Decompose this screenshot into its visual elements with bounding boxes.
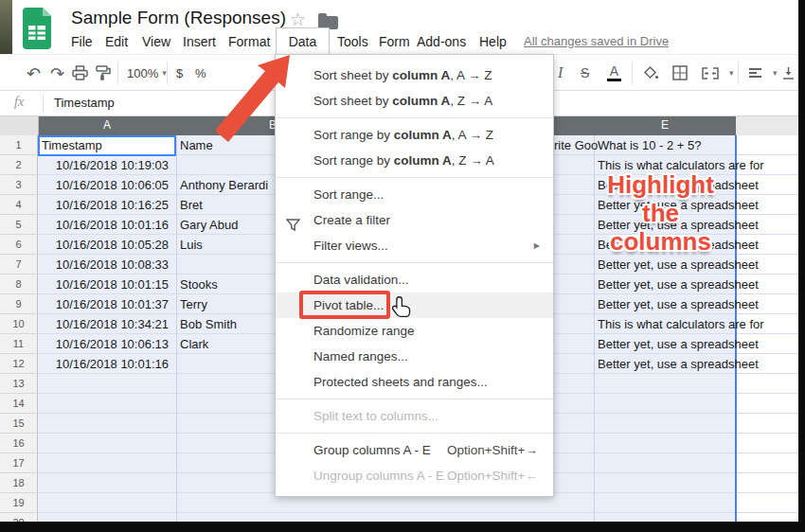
row-header-8[interactable]: 8 <box>0 275 38 294</box>
paint-format-button[interactable] <box>96 55 111 91</box>
column-header-e[interactable]: E <box>661 115 669 135</box>
cell-a10[interactable]: 10/16/2018 10:34:21 <box>38 314 169 334</box>
cell-b3[interactable]: Anthony Berardi <box>180 175 268 195</box>
row-header-2[interactable]: 2 <box>0 155 38 175</box>
menubar-item-addons[interactable]: Add-ons <box>417 29 466 54</box>
borders-button[interactable] <box>672 55 688 91</box>
menubar-item-tools[interactable]: Tools <box>337 29 368 54</box>
menu-item-sort-range-by-column-a-a-z[interactable]: Sort range by column A, A → Z <box>276 122 553 148</box>
format-currency-button[interactable]: $ <box>176 55 183 91</box>
cell-b6[interactable]: Luis <box>180 235 203 255</box>
row-header-9[interactable]: 9 <box>0 294 38 314</box>
merge-cells-button[interactable] <box>702 55 719 91</box>
cell-a8[interactable]: 10/16/2018 10:01:15 <box>38 275 169 294</box>
menu-item-filter-views[interactable]: Filter views...▶ <box>276 233 553 258</box>
window-edge-right <box>798 0 805 532</box>
menu-separator <box>276 399 553 399</box>
cell-e1[interactable]: What is 10 - 2 + 5? <box>598 135 701 155</box>
row-header-11[interactable]: 11 <box>0 334 38 354</box>
menubar-item-view[interactable]: View <box>142 29 170 54</box>
cell-a5[interactable]: 10/16/2018 10:01:16 <box>38 215 169 235</box>
cell-b5[interactable]: Gary Abud <box>180 215 238 235</box>
menubar-item-help[interactable]: Help <box>479 29 507 54</box>
horizontal-align-button[interactable] <box>748 55 762 91</box>
select-all-corner[interactable] <box>0 115 39 136</box>
redo-button[interactable]: ↷ <box>50 55 64 91</box>
cell-a6[interactable]: 10/16/2018 10:05:28 <box>38 235 169 255</box>
row-header-10[interactable]: 10 <box>0 314 38 334</box>
strikethrough-button[interactable]: S <box>581 55 589 91</box>
cell-e9[interactable]: Better yet, use a spreadsheet <box>598 294 759 314</box>
cell-e7[interactable]: Better yet, use a spreadsheet <box>598 255 759 275</box>
undo-button[interactable]: ↶ <box>27 55 41 91</box>
menubar-item-form[interactable]: Form <box>379 29 410 54</box>
saved-status-link[interactable]: All changes saved in Drive <box>524 32 669 51</box>
document-title[interactable]: Sample Form (Responses) <box>71 8 286 28</box>
format-percent-button[interactable]: % <box>195 55 206 91</box>
cell-b4[interactable]: Bret <box>180 195 203 215</box>
row-header-13[interactable]: 13 <box>0 374 38 394</box>
row-header-12[interactable]: 12 <box>0 354 38 374</box>
menubar-item-file[interactable]: File <box>71 29 93 54</box>
row-header-6[interactable]: 6 <box>0 235 38 255</box>
italic-button[interactable]: I <box>558 55 563 91</box>
menu-item-sort-range[interactable]: Sort range... <box>276 182 553 207</box>
cell-e11[interactable]: Better yet, use a spreadsheet <box>598 334 759 354</box>
menu-item-named-ranges[interactable]: Named ranges... <box>276 344 553 369</box>
formula-bar-value[interactable]: Timestamp <box>54 96 115 110</box>
menu-item-create-a-filter[interactable]: Create a filter <box>276 207 553 233</box>
row-header-3[interactable]: 3 <box>0 175 38 195</box>
cell-a4[interactable]: 10/16/2018 10:16:25 <box>38 195 169 215</box>
row-header-18[interactable]: 18 <box>0 473 38 493</box>
cell-a9[interactable]: 10/16/2018 10:01:37 <box>38 294 169 314</box>
menu-item-data-validation[interactable]: Data validation... <box>276 267 553 293</box>
row-header-16[interactable]: 16 <box>0 434 38 453</box>
row-header-17[interactable]: 17 <box>0 453 38 473</box>
cell-e8[interactable]: Better yet, use a spreadsheet <box>598 275 759 294</box>
menu-item-group-columns-a-e[interactable]: Group columns A - EOption+Shift+→ <box>276 437 553 463</box>
text-color-button[interactable]: A <box>607 55 621 91</box>
column-header-a[interactable]: A <box>103 115 111 135</box>
row-header-5[interactable]: 5 <box>0 215 38 235</box>
cell-b11[interactable]: Clark <box>180 334 208 354</box>
align-dropdown-icon[interactable]: ▾ <box>773 55 778 91</box>
cell-b10[interactable]: Bob Smith <box>180 314 237 334</box>
cell-e12[interactable]: Better yet, use a spreadsheet <box>598 354 759 374</box>
menubar-item-edit[interactable]: Edit <box>105 29 128 54</box>
cell-b8[interactable]: Stooks <box>180 275 218 294</box>
cell-e10[interactable]: This is what calculators are for <box>598 314 764 334</box>
cell-a1[interactable]: Timestamp <box>42 135 102 155</box>
menu-separator <box>276 177 553 178</box>
menubar-item-data-open[interactable]: Data <box>276 27 330 56</box>
cell-a2[interactable]: 10/16/2018 10:19:03 <box>38 155 169 175</box>
cell-a7[interactable]: 10/16/2018 10:08:33 <box>38 255 169 275</box>
menu-item-sort-sheet-by-column-a-z-a[interactable]: Sort sheet by column A, Z → A <box>276 88 553 114</box>
grid-row-20[interactable] <box>38 513 798 522</box>
vertical-align-button[interactable] <box>782 55 795 91</box>
google-sheets-logo-icon[interactable] <box>21 8 53 49</box>
cell-b9[interactable]: Terry <box>180 294 207 314</box>
row-header-14[interactable]: 14 <box>0 394 38 414</box>
row-header-15[interactable]: 15 <box>0 414 38 434</box>
cell-a11[interactable]: 10/16/2018 10:06:13 <box>38 334 169 354</box>
row-header-19[interactable]: 19 <box>0 493 38 513</box>
zoom-select[interactable]: 100%▾ <box>127 55 167 91</box>
row-header-1[interactable]: 1 <box>0 135 38 155</box>
menu-item-randomize-range[interactable]: Randomize range <box>276 318 553 344</box>
row-header-4[interactable]: 4 <box>0 195 38 215</box>
menubar-item-format[interactable]: Format <box>228 29 270 54</box>
merge-dropdown-icon[interactable]: ▾ <box>729 55 734 91</box>
menu-item-sort-range-by-column-a-z-a[interactable]: Sort range by column A, Z → A <box>276 148 553 173</box>
menu-item-protected-sheets-and-ranges[interactable]: Protected sheets and ranges... <box>276 369 553 395</box>
print-button[interactable] <box>72 55 88 91</box>
row-header-20[interactable]: 20 <box>0 513 38 522</box>
row-header-7[interactable]: 7 <box>0 255 38 275</box>
fill-color-button[interactable] <box>643 55 659 91</box>
cell-d1-fragment[interactable]: rite Goo <box>554 135 598 155</box>
menubar-item-insert[interactable]: Insert <box>183 29 216 54</box>
menu-item-sort-sheet-by-column-a-a-z[interactable]: Sort sheet by column A, A → Z <box>276 62 553 88</box>
column-header-f[interactable] <box>736 115 798 136</box>
cell-a3[interactable]: 10/16/2018 10:06:05 <box>38 175 169 195</box>
cell-a12[interactable]: 10/16/2018 10:01:16 <box>38 354 169 374</box>
cell-b1[interactable]: Name <box>180 135 213 155</box>
